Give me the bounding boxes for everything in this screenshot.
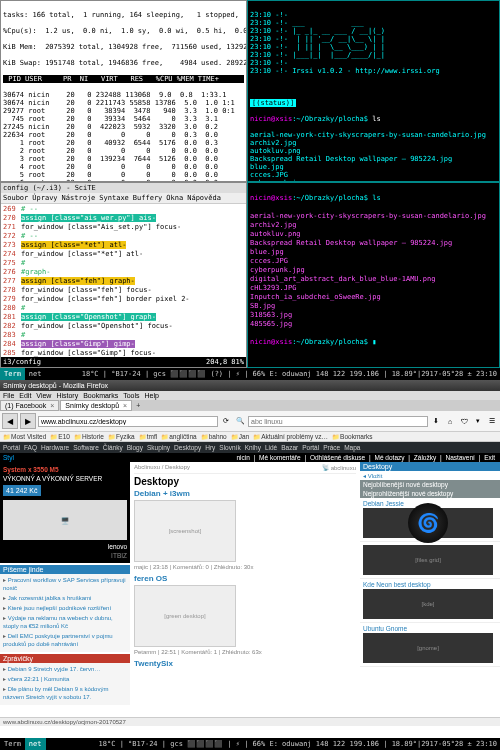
workspace-net[interactable]: net	[25, 738, 46, 750]
back-button[interactable]: ◀	[2, 413, 18, 429]
editor-title: config (~/.i3) - SciTE	[1, 183, 246, 193]
sidebar-desktop-item[interactable]: [files grid]	[360, 542, 500, 579]
url-input[interactable]	[38, 416, 218, 427]
reload-icon[interactable]: ⟳	[220, 415, 232, 427]
left-sidebar: System x 3550 M5 VÝKONNÝ A VÝKONNÝ SERVE…	[0, 462, 130, 722]
tab-desktopy[interactable]: Snímky desktopů×	[60, 400, 132, 411]
process-list[interactable]: 30674 nicin 20 0 232488 113068 9.0 0.8 1…	[3, 91, 244, 182]
shell-prompt-2[interactable]: nicin@xsis:~/Obrazky/plocha$ ▮	[250, 338, 497, 347]
insert-link[interactable]: ◂ Vložit	[360, 471, 500, 480]
pocket-icon[interactable]: ▾	[472, 415, 484, 427]
panel-zpravicky: Zprávičky Debian 9 Stretch vyjde 17. čer…	[0, 654, 130, 705]
workspace-term[interactable]: Term	[0, 368, 25, 380]
editor-menubar[interactable]: SouborÚpravyNástrojeSyntaxeBufferyOknaNá…	[1, 193, 246, 204]
page-title: Desktopy	[134, 476, 356, 487]
workspace-net[interactable]: net	[25, 368, 46, 380]
new-tab-button[interactable]: +	[133, 402, 143, 409]
sidebar-desktop-item[interactable]: Kde Neon best desktop[kde]	[360, 579, 500, 623]
status-text: 18°C | °B17-24 | gcs ⬛⬛⬛⬛ (?) | ⚡ | 66% …	[79, 368, 500, 380]
irssi-output: 23:10 -!-23:10 -!- ___ ___23:10 -!- |_ _…	[250, 11, 497, 75]
server-image: 🖥️	[3, 500, 127, 540]
ad-banner[interactable]: System x 3550 M5 VÝKONNÝ A VÝKONNÝ SERVE…	[0, 462, 130, 563]
irssi-window[interactable]: 23:10 -!-23:10 -!- ___ ___23:10 -!- |_ _…	[247, 0, 500, 182]
shield-icon[interactable]: 🛡	[458, 415, 470, 427]
bookmarks-toolbar[interactable]: Most VisitedE10HistorieFyzikatmflangličt…	[0, 432, 500, 442]
desktop-post[interactable]: Debian + i3wm[screenshot]majic | 23:18 |…	[134, 489, 356, 570]
panel-piseme-jinde: Píšeme jinde Pracovní workflow v SAP Ser…	[0, 565, 130, 652]
url-toolbar: ◀ ▶ ⟳ 🔍 ⬇ ⌂ 🛡 ▾ ☰	[0, 411, 500, 432]
htop-window: tasks: 166 total, 1 running, 164 sleepin…	[0, 0, 247, 182]
download-icon[interactable]: ⬇	[430, 415, 442, 427]
browser-statusbar: www.abclinuxu.cz/desktopy/ocjmon-2017052…	[0, 717, 500, 726]
editor-window: config (~/.i3) - SciTE SouborÚpravyNástr…	[0, 182, 247, 368]
editor-statusbar: i3/config204,8 81%	[1, 357, 246, 367]
ls-output: aerial-new-york-city-skyscrapers-by-susa…	[250, 131, 497, 182]
right-sidebar: Desktopy ◂ Vložit Nejoblíbenější nové de…	[360, 462, 500, 722]
close-icon[interactable]: ×	[123, 402, 127, 409]
close-icon[interactable]: ×	[50, 402, 54, 409]
tab-strip[interactable]: (1) Facebook× Snímky desktopů× +	[0, 400, 500, 411]
i3-statusbar-bottom[interactable]: Term net 18°C | °B17-24 | gcs ⬛⬛⬛⬛ | ⚡ |…	[0, 738, 500, 750]
site-nav[interactable]: PortálFAQHardwareSoftwareČlánkyBlogySkup…	[0, 442, 500, 453]
browser-menubar[interactable]: FileEditViewHistoryBookmarksToolsHelp	[0, 391, 500, 400]
irssi-status: [(status)]	[250, 99, 296, 107]
shell-prompt: nicin@xsis:~/Obrazky/plocha$ ls	[250, 115, 497, 123]
ls-output-2: aerial-new-york-city-skyscrapers-by-susa…	[250, 212, 497, 329]
forward-button[interactable]: ▶	[20, 413, 36, 429]
window-titlebar: Snímky desktopů - Mozilla Firefox	[0, 380, 500, 391]
menu-icon[interactable]: ☰	[486, 415, 498, 427]
editor-content[interactable]: 269# --270assign [class="ais_wer.py"] ai…	[1, 204, 246, 368]
sidebar-desktop-item[interactable]: Debian Jessie🌀	[360, 498, 500, 542]
htop-header: PID USER PR NI VIRT RES %CPU %MEM TIME+	[3, 75, 244, 83]
tab-facebook[interactable]: (1) Facebook×	[0, 400, 59, 411]
desktop-post[interactable]: feren OS[green desktop]Petamm | 22:51 | …	[134, 574, 356, 655]
desktop-post[interactable]: TwentySix	[134, 659, 356, 668]
firefox-window: Snímky desktopů - Mozilla Firefox FileEd…	[0, 380, 500, 738]
htop-summary: tasks: 166 total, 1 running, 164 sleepin…	[3, 11, 244, 19]
search-icon: 🔍	[234, 415, 246, 427]
site-subnav[interactable]: Styl nicin | Mé komentáře | Odhlášené di…	[0, 453, 500, 462]
sidebar-desktop-item[interactable]: Ubuntu Gnome[gnome]	[360, 623, 500, 667]
terminal-window[interactable]: nicin@xsis:~/Obrazky/plocha$ ls aerial-n…	[247, 182, 500, 368]
breadcrumb[interactable]: Abclinuxu / Desktopy 📡 abclinuxu	[134, 464, 356, 474]
i3-statusbar-top[interactable]: Term net 18°C | °B17-24 | gcs ⬛⬛⬛⬛ (?) |…	[0, 368, 500, 380]
search-input[interactable]	[248, 416, 428, 427]
main-content: Abclinuxu / Desktopy 📡 abclinuxu Desktop…	[130, 462, 360, 722]
workspace-term[interactable]: Term	[0, 738, 25, 750]
price-button[interactable]: 41 242 Kč	[3, 485, 41, 496]
home-icon[interactable]: ⌂	[444, 415, 456, 427]
